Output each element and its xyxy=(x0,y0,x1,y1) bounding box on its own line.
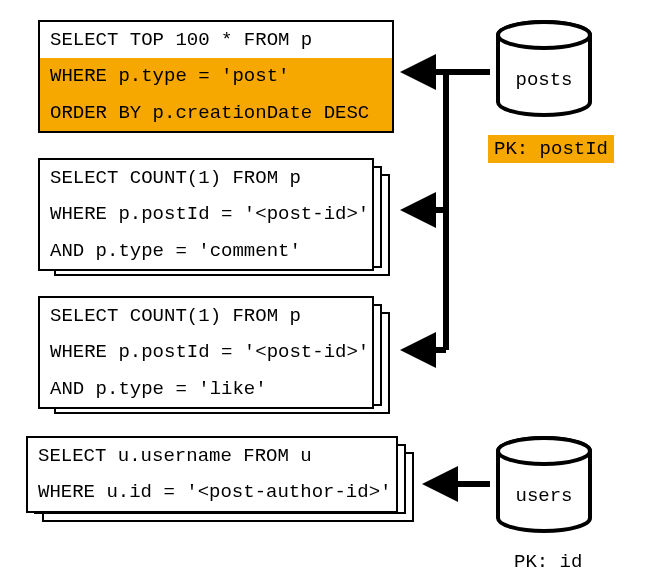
database-name-text: users xyxy=(515,485,572,507)
sql-line: SELECT COUNT(1) FROM p xyxy=(40,298,372,334)
sql-line: SELECT COUNT(1) FROM p xyxy=(40,160,372,196)
sql-line-highlight: ORDER BY p.creationDate DESC xyxy=(40,95,392,131)
database-icon: users xyxy=(494,436,594,536)
pk-label-users: PK: id xyxy=(508,548,588,576)
query-box-count-comments: SELECT COUNT(1) FROM p WHERE p.postId = … xyxy=(38,158,374,271)
query-box-count-likes: SELECT COUNT(1) FROM p WHERE p.postId = … xyxy=(38,296,374,409)
sql-line: WHERE p.postId = '<post-id>' xyxy=(40,196,372,232)
database-icon: posts xyxy=(494,20,594,120)
sql-line: WHERE u.id = '<post-author-id>' xyxy=(28,474,396,510)
database-name-text: posts xyxy=(515,69,572,91)
sql-line: SELECT TOP 100 * FROM p xyxy=(40,22,392,58)
database-users: users xyxy=(494,436,594,536)
sql-line: AND p.type = 'comment' xyxy=(40,233,372,269)
svg-point-3 xyxy=(498,438,590,464)
svg-point-1 xyxy=(498,22,590,48)
pk-label-posts: PK: postId xyxy=(488,135,614,163)
sql-line-highlight: WHERE p.type = 'post' xyxy=(40,58,392,94)
pk-label-text: PK: postId xyxy=(488,135,614,163)
query-box-top100: SELECT TOP 100 * FROM p WHERE p.type = '… xyxy=(38,20,394,133)
query-box-username: SELECT u.username FROM u WHERE u.id = '<… xyxy=(26,436,398,513)
sql-line: SELECT u.username FROM u xyxy=(28,438,396,474)
database-posts: posts xyxy=(494,20,594,120)
pk-label-text: PK: id xyxy=(508,548,588,576)
sql-line: WHERE p.postId = '<post-id>' xyxy=(40,334,372,370)
sql-line: AND p.type = 'like' xyxy=(40,371,372,407)
